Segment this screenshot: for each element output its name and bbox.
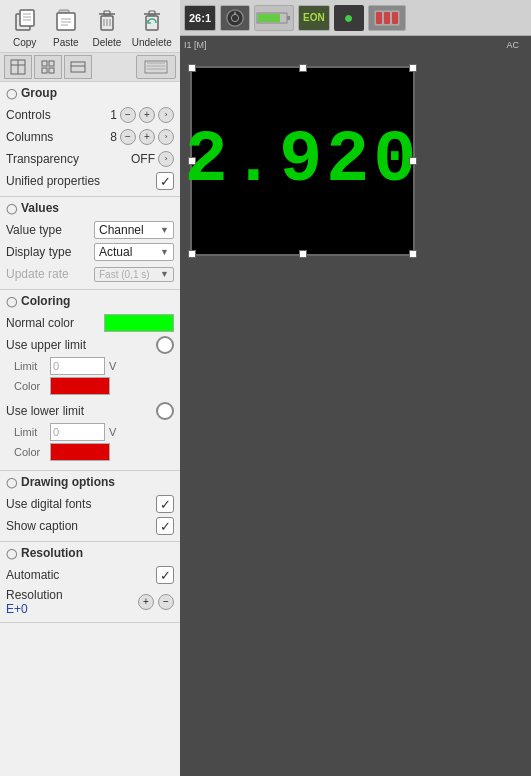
lower-limit-input[interactable] xyxy=(50,423,105,441)
resolution-title: Resolution xyxy=(21,546,83,560)
paste-button[interactable]: Paste xyxy=(45,2,86,50)
dot-display: ● xyxy=(334,5,364,31)
unified-check[interactable]: ✓ xyxy=(156,172,174,190)
section-toolbar xyxy=(0,53,180,82)
corner-tr-label: AC xyxy=(506,40,519,50)
svg-rect-1 xyxy=(20,10,34,26)
group-section-header: ◯ Group xyxy=(6,86,174,100)
digital-fonts-label: Use digital fonts xyxy=(6,497,156,511)
battery-display xyxy=(254,5,294,31)
upper-unit-label: V xyxy=(109,360,116,372)
columns-row: Columns 8 − + › xyxy=(6,126,174,148)
svg-rect-26 xyxy=(71,62,85,72)
sec-btn-4[interactable] xyxy=(136,55,176,79)
update-rate-arrow: ▼ xyxy=(160,269,169,279)
sec-btn-1[interactable] xyxy=(4,55,32,79)
resolution-inc-btn[interactable]: + xyxy=(138,594,154,610)
copy-button[interactable]: Copy xyxy=(4,2,45,50)
transparency-value-group: OFF › xyxy=(131,151,174,167)
controls-more-btn[interactable]: › xyxy=(158,107,174,123)
value-type-label: Value type xyxy=(6,223,94,237)
resolution-dec-btn[interactable]: − xyxy=(158,594,174,610)
undelete-button[interactable]: Undelete xyxy=(128,2,176,50)
update-rate-label: Update rate xyxy=(6,267,94,281)
digital-number-display: 2.920 xyxy=(192,68,413,254)
upper-limit-input[interactable] xyxy=(50,357,105,375)
svg-rect-12 xyxy=(104,11,110,15)
handle-bm[interactable] xyxy=(299,250,307,258)
use-upper-toggle[interactable] xyxy=(156,336,174,354)
show-caption-check[interactable]: ✓ xyxy=(156,517,174,535)
values-section: ◯ Values Value type Channel ▼ Display ty… xyxy=(0,197,180,290)
status-bar: 26:1 EON ● xyxy=(180,0,531,36)
coloring-title: Coloring xyxy=(21,294,70,308)
controls-dec-btn[interactable]: − xyxy=(120,107,136,123)
svg-rect-24 xyxy=(42,68,47,73)
values-title: Values xyxy=(21,201,59,215)
transparency-toggle[interactable]: › xyxy=(158,151,174,167)
values-section-header: ◯ Values xyxy=(6,201,174,215)
display-type-dropdown[interactable]: Actual ▼ xyxy=(94,243,174,261)
display-type-row: Display type Actual ▼ xyxy=(6,241,174,263)
delete-button[interactable]: Delete xyxy=(86,2,127,50)
undelete-icon xyxy=(136,4,168,36)
controls-label: Controls xyxy=(6,108,110,122)
update-rate-dropdown[interactable]: Fast (0,1 s) ▼ xyxy=(94,267,174,282)
automatic-row: Automatic ✓ xyxy=(6,564,174,586)
display-type-value: Actual xyxy=(99,245,132,259)
handle-tl[interactable] xyxy=(188,64,196,72)
svg-rect-18 xyxy=(149,11,155,15)
lower-unit-label: V xyxy=(109,426,116,438)
dial-display xyxy=(220,5,250,31)
handle-tm[interactable] xyxy=(299,64,307,72)
columns-more-btn[interactable]: › xyxy=(158,129,174,145)
use-lower-toggle[interactable] xyxy=(156,402,174,420)
right-area: 26:1 EON ● xyxy=(180,0,531,776)
handle-br[interactable] xyxy=(409,250,417,258)
transparency-label: Transparency xyxy=(6,152,131,166)
upper-limit-row: Limit V xyxy=(6,356,174,376)
upper-limit-label: Limit xyxy=(14,360,46,372)
transparency-row: Transparency OFF › xyxy=(6,148,174,170)
drawing-section: ◯ Drawing options Use digital fonts ✓ Sh… xyxy=(0,471,180,542)
sec-btn-2[interactable] xyxy=(34,55,62,79)
lower-color-swatch[interactable] xyxy=(50,443,110,461)
update-rate-value: Fast (0,1 s) xyxy=(99,269,150,280)
svg-rect-23 xyxy=(49,61,54,66)
columns-inc-btn[interactable]: + xyxy=(139,129,155,145)
controls-row: Controls 1 − + › xyxy=(6,104,174,126)
automatic-check[interactable]: ✓ xyxy=(156,566,174,584)
handle-ml[interactable] xyxy=(188,157,196,165)
svg-rect-25 xyxy=(49,68,54,73)
digital-display-widget[interactable]: 2.920 xyxy=(190,66,415,256)
normal-color-swatch[interactable] xyxy=(104,314,174,332)
svg-rect-36 xyxy=(287,16,290,20)
group-title: Group xyxy=(21,86,57,100)
columns-dec-btn[interactable]: − xyxy=(120,129,136,145)
resolution-steppers: + − xyxy=(138,594,174,610)
eon-display: EON xyxy=(298,5,330,31)
value-type-dropdown[interactable]: Channel ▼ xyxy=(94,221,174,239)
handle-tr[interactable] xyxy=(409,64,417,72)
svg-rect-37 xyxy=(258,14,280,22)
canvas-area: I1 [M] AC 2.920 xyxy=(180,36,531,776)
use-upper-row: Use upper limit xyxy=(6,334,174,356)
ovl-display xyxy=(368,5,406,31)
automatic-label: Automatic xyxy=(6,568,156,582)
handle-mr[interactable] xyxy=(409,157,417,165)
resolution-section: ◯ Resolution Automatic ✓ Resolution E+0 … xyxy=(0,542,180,623)
handle-bl[interactable] xyxy=(188,250,196,258)
display-type-label: Display type xyxy=(6,245,94,259)
digital-fonts-check[interactable]: ✓ xyxy=(156,495,174,513)
upper-color-row: Color xyxy=(6,376,174,396)
update-rate-row: Update rate Fast (0,1 s) ▼ xyxy=(6,263,174,285)
sec-btn-3[interactable] xyxy=(64,55,92,79)
delete-icon xyxy=(91,4,123,36)
left-panel: Copy Paste xyxy=(0,0,180,776)
controls-inc-btn[interactable]: + xyxy=(139,107,155,123)
svg-rect-40 xyxy=(384,12,390,24)
columns-value: 8 xyxy=(110,130,117,144)
upper-color-swatch[interactable] xyxy=(50,377,110,395)
display-type-arrow: ▼ xyxy=(160,247,169,257)
transparency-value: OFF xyxy=(131,152,155,166)
